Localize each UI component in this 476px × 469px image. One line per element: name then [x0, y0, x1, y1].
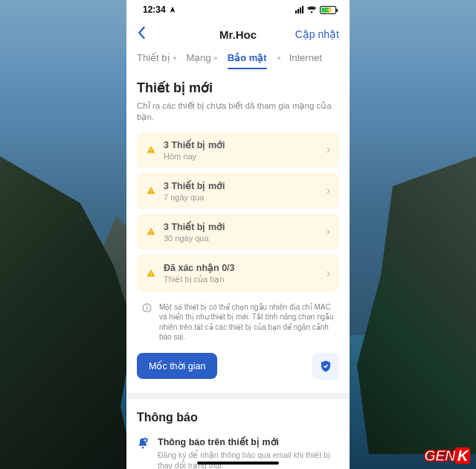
- tab-network[interactable]: Mạng: [187, 52, 217, 69]
- update-button[interactable]: Cập nhật: [295, 28, 339, 40]
- phone-frame: 12:34 ⚡ Mr.Hoc Cập nhật Thiết bị Mạng Bả…: [126, 0, 350, 469]
- nav-bar: Mr.Hoc Cập nhật: [126, 19, 350, 49]
- status-bar: 12:34 ⚡: [126, 0, 350, 19]
- signal-icon: [295, 6, 303, 13]
- status-time: 12:34: [143, 4, 166, 15]
- tab-strip: Thiết bị Mạng Bảo mật Internet: [126, 49, 350, 69]
- alert-row[interactable]: Đã xác nhận 0/3 Thiết bị của bạn ›: [137, 255, 339, 292]
- warning-icon: [147, 145, 155, 154]
- back-button[interactable]: [137, 26, 146, 43]
- battery-icon: ⚡: [320, 6, 336, 14]
- shield-button[interactable]: [312, 353, 339, 380]
- genk-logo: GENK: [424, 447, 470, 465]
- wifi-icon: [306, 6, 317, 13]
- tab-security[interactable]: Bảo mật: [228, 52, 267, 69]
- alert-title: 3 Thiết bị mới: [164, 139, 319, 150]
- alert-sub: 30 ngày qua: [164, 234, 319, 243]
- warning-icon: [147, 269, 155, 278]
- home-indicator[interactable]: [197, 462, 279, 465]
- section-desc: Chỉ ra các thiết bị chưa biết đã tham gi…: [137, 100, 339, 123]
- notification-title: Thông báo trên thiết bị mới: [158, 436, 339, 447]
- chevron-right-icon: ›: [327, 184, 330, 197]
- alert-sub: 7 ngày qua: [164, 193, 319, 202]
- svg-point-2: [147, 305, 147, 306]
- section-title: Thiết bị mới: [137, 80, 339, 96]
- notifications-heading: Thông báo: [137, 411, 339, 424]
- warning-icon: [147, 227, 155, 236]
- alert-row[interactable]: 3 Thiết bị mới Hôm nay ›: [137, 132, 339, 168]
- notification-desc: Đăng ký để nhận thông báo qua email khi …: [158, 450, 339, 469]
- shield-check-icon: [319, 360, 332, 373]
- svg-point-3: [142, 447, 144, 449]
- alert-title: Đã xác nhận 0/3: [164, 262, 319, 273]
- alert-sub: Thiết bị của bạn: [164, 275, 319, 284]
- alert-sub: Hôm nay: [164, 152, 319, 161]
- info-note: Một số thiết bị có thể chọn ngẫu nhiên đ…: [137, 296, 339, 353]
- alert-row[interactable]: 3 Thiết bị mới 7 ngày qua ›: [137, 173, 339, 209]
- info-icon: [141, 303, 152, 313]
- alert-title: 3 Thiết bị mới: [164, 221, 319, 232]
- info-text: Một số thiết bị có thể chọn ngẫu nhiên đ…: [159, 302, 335, 342]
- alert-row[interactable]: 3 Thiết bị mới 30 ngày qua ›: [137, 214, 339, 250]
- timeline-button[interactable]: Mốc thời gian: [137, 353, 217, 379]
- tab-devices[interactable]: Thiết bị: [137, 52, 176, 69]
- chevron-right-icon: ›: [327, 267, 330, 280]
- bell-plus-icon: [137, 437, 150, 453]
- chevron-right-icon: ›: [327, 143, 330, 156]
- warning-icon: [147, 186, 155, 195]
- location-icon: [169, 6, 176, 13]
- alert-title: 3 Thiết bị mới: [164, 180, 319, 191]
- chevron-right-icon: ›: [327, 225, 330, 238]
- content-scroll[interactable]: Thiết bị mới Chỉ ra các thiết bị chưa bi…: [126, 69, 350, 469]
- tab-internet[interactable]: Internet: [277, 52, 322, 69]
